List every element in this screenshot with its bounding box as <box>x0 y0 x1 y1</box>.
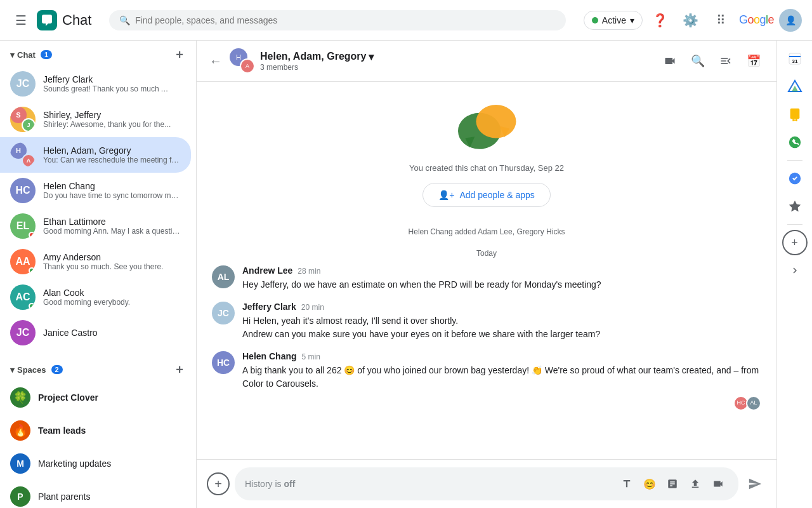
user-avatar[interactable]: 👤 <box>779 9 802 32</box>
help-button[interactable]: ❓ <box>648 8 673 33</box>
emoji-button[interactable]: 😊 <box>639 474 660 494</box>
add-more-apps-button[interactable]: + <box>782 230 808 255</box>
chat-preview: Good morning Ann. May I ask a question? <box>43 227 181 236</box>
history-status-text: History is off <box>245 479 295 489</box>
dropdown-icon[interactable]: ▾ <box>369 51 374 63</box>
send-button[interactable] <box>743 472 766 495</box>
chat-name: Shirley, Jeffery <box>43 110 181 120</box>
chat-info: Helen, Adam, Gregory You: Can we resched… <box>43 145 181 164</box>
tasks-button[interactable] <box>782 166 808 191</box>
video-call-button[interactable] <box>657 48 683 74</box>
video-message-button[interactable] <box>708 474 728 494</box>
message-header: Helen Chang 5 min <box>242 351 761 361</box>
chat-created-text: You created this chat on Thursday, Sep 2… <box>409 163 564 173</box>
spaces-toggle-icon: ▾ <box>10 365 15 375</box>
right-sidebar: 31 + <box>776 41 812 508</box>
chat-panel: ← H A Helen, Adam, Gregory ▾ 3 members <box>197 41 776 508</box>
message-content: Andrew Lee 28 min Hey Jeffery, do we hav… <box>242 265 761 291</box>
sender-name: Jeffery Clark <box>242 302 296 312</box>
back-button[interactable]: ← <box>207 51 225 71</box>
add-people-button[interactable]: 👤+ Add people & apps <box>422 183 551 207</box>
apps-button[interactable]: ⠿ <box>709 8 734 33</box>
spaces-toggle[interactable]: ▾ Spaces 2 <box>10 365 63 375</box>
google-calendar-button[interactable]: 31 <box>782 46 808 71</box>
spaces-section-header: ▾ Spaces 2 + <box>0 356 196 381</box>
message-row: HC Helen Chang 5 min A big thank you to … <box>212 351 761 411</box>
chat-item-jeffery[interactable]: JC Jeffery Clark Sounds great! Thank you… <box>0 66 191 102</box>
chat-toggle[interactable]: ▾ Chat 1 <box>10 50 52 60</box>
space-item-plant[interactable]: P Plant parents <box>0 480 191 508</box>
google-drive-button[interactable] <box>782 74 808 99</box>
space-icon: 🍀 <box>10 387 30 408</box>
google-keep-button[interactable] <box>782 102 808 127</box>
chat-item-amy[interactable]: AA Amy Anderson Thank you so much. See y… <box>0 244 191 279</box>
settings-button[interactable]: ⚙️ <box>678 8 704 33</box>
message-time: 28 min <box>298 267 320 276</box>
top-bar: ☰ Chat 🔍 Active ▾ ❓ ⚙️ ⠿ Google <box>0 0 812 41</box>
star-button[interactable] <box>782 194 808 219</box>
chat-item-janice[interactable]: JC Janice Castro <box>0 315 191 351</box>
avatar: AC <box>10 284 36 310</box>
apps-in-message-button[interactable] <box>662 474 683 494</box>
chat-item-helen-chang[interactable]: HC Helen Chang Do you have time to sync … <box>0 173 191 208</box>
spaces-label: Spaces <box>17 365 46 375</box>
status-dot-icon <box>29 267 35 274</box>
chat-section-header: ▾ Chat 1 + <box>0 41 196 66</box>
sidebar-toggle-button[interactable] <box>713 48 738 74</box>
add-person-icon: 👤+ <box>438 190 454 200</box>
calendar-button[interactable]: 📅 <box>741 48 766 74</box>
new-chat-button[interactable]: + <box>173 46 186 64</box>
upload-button[interactable] <box>685 474 705 494</box>
search-input[interactable] <box>135 15 556 25</box>
status-button[interactable]: Active ▾ <box>584 11 643 30</box>
chat-info: Jeffery Clark Sounds great! Thank you so… <box>43 74 170 93</box>
space-name: Marketing updates <box>38 458 111 469</box>
space-item-project-clover[interactable]: 🍀 Project Clover <box>0 381 191 414</box>
status-dot-icon <box>592 17 598 23</box>
chat-name: Janice Castro <box>43 328 181 338</box>
chat-item-helen-group[interactable]: H A Helen, Adam, Gregory You: Can we res… <box>0 137 191 173</box>
status-dot-icon <box>29 303 35 309</box>
chat-item-alan[interactable]: AC Alan Cook Good morning everybody. <box>0 279 191 315</box>
avatar: S J <box>10 107 36 132</box>
chat-item-ethan[interactable]: EL Ethan Lattimore Good morning Ann. May… <box>0 208 191 244</box>
status-label: Active <box>602 15 626 25</box>
new-space-button[interactable]: + <box>173 361 186 378</box>
chat-preview: Shirley: Awesome, thank you for the... <box>43 120 181 129</box>
text-format-button[interactable] <box>617 474 637 494</box>
sender-name: Helen Chang <box>242 351 297 361</box>
expand-right-button[interactable] <box>782 258 808 283</box>
message-text: Hi Helen, yeah it's almost ready, I'll s… <box>242 314 761 341</box>
chat-name: Amy Anderson <box>43 252 181 262</box>
search-in-chat-button[interactable]: 🔍 <box>685 48 710 74</box>
chat-toggle-icon: ▾ <box>10 50 15 60</box>
add-content-button[interactable]: + <box>207 472 230 495</box>
svg-rect-6 <box>789 56 801 57</box>
svg-point-3 <box>476 105 516 138</box>
today-divider: Today <box>212 249 761 258</box>
system-message-added: Helen Chang added Adam Lee, Gregory Hick… <box>212 227 761 236</box>
space-icon: 🔥 <box>10 420 30 441</box>
message-time: 5 min <box>302 352 320 361</box>
right-divider-2 <box>787 224 802 225</box>
top-search-bar[interactable]: 🔍 <box>109 10 566 30</box>
chat-header: ← H A Helen, Adam, Gregory ▾ 3 members <box>197 41 776 82</box>
hamburger-menu[interactable]: ☰ <box>10 8 32 33</box>
sender-name: Andrew Lee <box>242 265 292 276</box>
space-item-team-leads[interactable]: 🔥 Team leads <box>0 414 191 447</box>
google-voice-button[interactable] <box>782 130 808 155</box>
search-icon: 🔍 <box>119 15 130 25</box>
status-dot-icon <box>29 232 35 238</box>
header-info: Helen, Adam, Gregory ▾ 3 members <box>260 51 652 72</box>
space-name: Project Clover <box>38 392 98 403</box>
message-header: Andrew Lee 28 min <box>242 265 761 276</box>
google-logo: Google <box>739 13 774 27</box>
message-input-box[interactable]: History is off 😊 <box>235 467 738 500</box>
chat-info: Janice Castro <box>43 328 181 338</box>
chat-preview: Do you have time to sync tomorrow mori..… <box>43 191 181 200</box>
chat-item-shirley[interactable]: S J Shirley, Jeffery Shirley: Awesome, t… <box>0 102 191 137</box>
space-item-marketing[interactable]: M Marketing updates <box>0 447 191 480</box>
top-actions: Active ▾ ❓ ⚙️ ⠿ Google 👤 <box>584 8 802 33</box>
chat-name: Alan Cook <box>43 288 181 298</box>
space-name: Team leads <box>38 425 86 436</box>
